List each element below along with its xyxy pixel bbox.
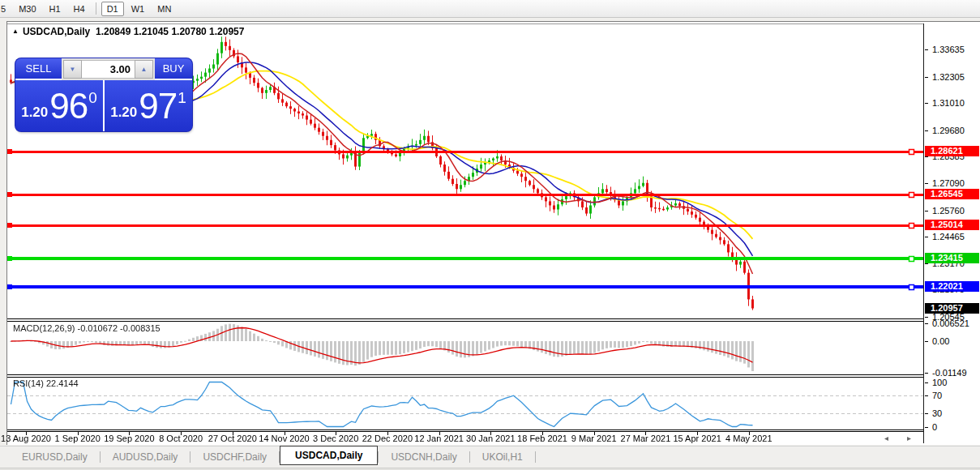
tab-audusd[interactable]: AUDUSD,Daily — [101, 448, 190, 466]
timeframe-h1[interactable]: H1 — [44, 2, 66, 16]
date-axis-label: 12 Jan 2021 — [414, 434, 464, 443]
volume-spinner: ▼ 3.00 ▲ — [62, 58, 155, 80]
timeframe-w1[interactable]: W1 — [126, 2, 151, 16]
tab-divider — [535, 451, 536, 463]
date-axis-label: 19 Sep 2020 — [104, 434, 154, 443]
trade-panel-top: SELL ▼ 3.00 ▲ BUY — [15, 58, 192, 80]
date-axis-label: 14 Nov 2020 — [259, 434, 309, 443]
buy-price-sup: 1 — [178, 89, 186, 107]
price-axis-label: 1.25760 — [924, 206, 965, 216]
chart-expand-icon[interactable]: ▲ — [12, 28, 19, 35]
date-axis-label: 27 Oct 2020 — [208, 434, 257, 443]
price-line-badge: 1.20957 — [925, 303, 979, 314]
sell-price-prefix: 1.20 — [21, 105, 48, 121]
price-axis[interactable]: 1.336351.323051.310101.296801.283851.270… — [923, 24, 980, 443]
timeframe-h4[interactable]: H4 — [68, 2, 91, 16]
rsi-axis-label: 0 — [924, 422, 937, 432]
price-axis-label: 1.31010 — [924, 98, 965, 108]
chart-title-symbol: USDCAD,Daily — [23, 26, 90, 37]
sell-price-button[interactable]: 1.20 96 0 — [15, 80, 105, 131]
scroll-left-icon[interactable]: ◂ — [884, 434, 888, 442]
toolbar-separator — [96, 2, 96, 15]
chart-area: ▲USDCAD,Daily 1.20849 1.21045 1.20780 1.… — [6, 21, 980, 445]
buy-button[interactable]: BUY — [155, 58, 192, 80]
app-window: 5M30H1H4D1W1MN ▲USDCAD,Daily 1.20849 1.2… — [0, 0, 980, 470]
price-axis-label: 1.24465 — [924, 232, 965, 241]
tab-ukoil[interactable]: UKOil,H1 — [470, 448, 535, 466]
date-axis-label: 18 Feb 2021 — [517, 434, 567, 443]
macd-axis-label: -0.01149 — [924, 368, 967, 378]
rsi-axis-label: 100 — [924, 378, 947, 387]
rsi-axis-label: 70 — [924, 391, 942, 400]
volume-increase-icon[interactable]: ▲ — [135, 60, 153, 79]
date-axis-label: 27 Mar 2021 — [621, 434, 671, 443]
date-axis-label: 30 Jan 2021 — [466, 434, 516, 443]
date-axis-label: 9 Mar 2021 — [571, 434, 617, 443]
buy-price-big: 97 — [139, 90, 177, 122]
timeframe-d1[interactable]: D1 — [101, 2, 124, 16]
price-line-badge: 1.23415 — [925, 253, 979, 263]
rsi-indicator-label: RSI(14) 22.4144 — [13, 378, 79, 388]
chart-title-ohlc: 1.20849 1.21045 1.20780 1.20957 — [96, 26, 245, 37]
macd-axis-label: 0.006521 — [924, 318, 969, 328]
scroll-right-icon[interactable]: ▸ — [907, 434, 911, 442]
quote-row: 1.20 96 0 1.20 97 1 — [15, 80, 192, 131]
volume-input[interactable]: 3.00 — [82, 60, 135, 79]
price-line-badge: 1.26545 — [925, 189, 979, 199]
rsi-axis-label: 30 — [924, 408, 942, 418]
buy-price-button[interactable]: 1.20 97 1 — [105, 80, 192, 131]
symbol-tab-bar: EURUSD,DailyAUDUSD,DailyUSDCHF,DailyUSDC… — [0, 446, 980, 467]
date-axis-label: 15 Apr 2021 — [673, 434, 721, 443]
timeframe-toolbar: 5M30H1H4D1W1MN — [0, 0, 980, 18]
tab-usdchf[interactable]: USDCHF,Daily — [190, 448, 279, 466]
date-axis-label: 13 Aug 2020 — [1, 434, 51, 443]
timeframe-m30[interactable]: M30 — [13, 2, 41, 16]
price-line-badge: 1.28621 — [925, 146, 979, 156]
date-axis-label: 3 Dec 2020 — [313, 434, 358, 443]
sell-button[interactable]: SELL — [15, 58, 62, 80]
tab-eurusd[interactable]: EURUSD,Daily — [10, 448, 100, 466]
sell-price-sup: 0 — [88, 89, 97, 107]
price-axis-label: 1.33635 — [924, 45, 965, 54]
date-axis-label: 8 Oct 2020 — [159, 434, 203, 443]
date-axis-label: 22 Dec 2020 — [362, 434, 413, 443]
tab-usdcnh[interactable]: USDCNH,Daily — [379, 448, 469, 466]
sell-price-big: 96 — [49, 90, 88, 122]
one-click-trading-panel: SELL ▼ 3.00 ▲ BUY 1.20 96 0 1.20 97 1 — [15, 58, 192, 131]
price-axis-label: 1.29680 — [924, 126, 965, 135]
tab-usdcad[interactable]: USDCAD,Daily — [280, 446, 378, 465]
buy-price-prefix: 1.20 — [110, 105, 137, 121]
macd-indicator-label: MACD(12,26,9) -0.010672 -0.008315 — [13, 323, 160, 333]
date-axis-label: 4 May 2021 — [725, 434, 772, 443]
macd-axis-label: 0.00 — [924, 336, 949, 346]
chart-title: ▲USDCAD,Daily 1.20849 1.21045 1.20780 1.… — [12, 26, 244, 37]
price-axis-label: 1.27090 — [924, 178, 965, 188]
timeframe-5[interactable]: 5 — [0, 2, 11, 16]
date-axis-label: 1 Sep 2020 — [55, 434, 101, 443]
price-line-badge: 1.22021 — [925, 281, 979, 292]
price-line-badge: 1.25014 — [925, 220, 979, 230]
timeframe-mn[interactable]: MN — [152, 2, 177, 16]
price-axis-label: 1.32305 — [924, 72, 965, 82]
volume-decrease-icon[interactable]: ▼ — [63, 60, 82, 79]
